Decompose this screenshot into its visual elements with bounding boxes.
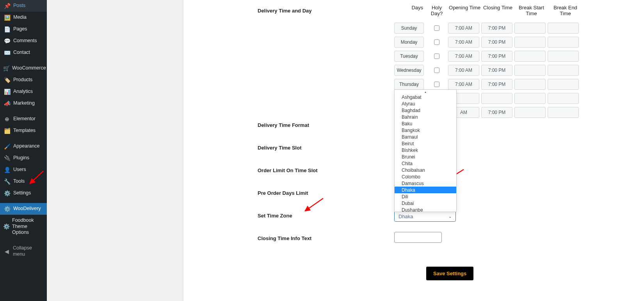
timezone-option[interactable]: Dhaka <box>395 187 456 193</box>
bstart-time-input[interactable] <box>514 23 546 34</box>
day-badge[interactable]: Thursday <box>394 79 424 90</box>
holy-day-checkbox[interactable] <box>434 39 439 45</box>
holy-day-checkbox[interactable] <box>434 82 439 87</box>
bend-time-input[interactable] <box>548 93 579 104</box>
timezone-option[interactable]: Dili <box>395 193 456 200</box>
open-time-input[interactable] <box>448 23 479 34</box>
close-time-input[interactable] <box>481 23 512 34</box>
sidebar-item-label: WooCommerce <box>12 65 46 71</box>
sidebar-item-woocommerce[interactable]: 🛒WooCommerce <box>0 62 47 74</box>
timezone-select[interactable]: Dhaka ⌄ <box>394 211 456 222</box>
sidebar-item-label: Templates <box>13 128 36 134</box>
sidebar-item-posts[interactable]: 📌Posts <box>0 0 47 12</box>
sidebar-item-comments[interactable]: 💬Comments <box>0 35 47 47</box>
open-time-input[interactable] <box>448 51 479 62</box>
close-time-input[interactable] <box>481 93 512 104</box>
bstart-time-input[interactable] <box>514 37 546 48</box>
sidebar-item-tools[interactable]: 🔧Tools <box>0 176 47 187</box>
timezone-option[interactable]: Baku <box>395 120 456 127</box>
sidebar-item-contact[interactable]: ✉️Contact <box>0 47 47 59</box>
holy-day-checkbox[interactable] <box>434 25 439 31</box>
collapse-menu[interactable]: ◀Collapse menu <box>0 242 47 260</box>
sidebar-item-media[interactable]: 🖼️Media <box>0 12 47 23</box>
th-holy: Holy Day? <box>425 5 448 16</box>
save-settings-button[interactable]: Save Settings <box>426 267 473 280</box>
close-time-input[interactable] <box>481 51 512 62</box>
timezone-option-list[interactable]: AshgabatAtyrauBaghdadBahrainBakuBangkokB… <box>395 94 456 212</box>
close-time-input[interactable] <box>481 107 512 118</box>
menu-icon: 📊 <box>3 89 11 95</box>
open-time-input[interactable] <box>448 79 479 90</box>
schedule-row: Wednesday <box>394 63 582 77</box>
sidebar-item-label: Products <box>13 77 32 83</box>
timezone-option[interactable]: Baghdad <box>395 107 456 114</box>
timezone-option[interactable]: Dubai <box>395 200 456 207</box>
timezone-option[interactable]: Ashgabat <box>395 94 456 100</box>
sidebar-item-label: Media <box>13 14 27 21</box>
timezone-option[interactable]: Colombo <box>395 173 456 180</box>
timezone-option[interactable]: Bahrain <box>395 114 456 120</box>
sidebar-item-settings[interactable]: ⚙️Settings <box>0 187 47 199</box>
timezone-dropdown-panel[interactable]: ▴ AshgabatAtyrauBaghdadBahrainBakuBangko… <box>394 89 457 212</box>
sidebar-item-marketing[interactable]: 📣Marketing <box>0 98 47 109</box>
closing-info-input[interactable] <box>394 232 442 243</box>
sidebar-item-label: Settings <box>13 190 31 196</box>
bend-time-input[interactable] <box>548 51 579 62</box>
open-time-input[interactable] <box>448 37 479 48</box>
menu-icon: 📣 <box>3 100 11 107</box>
close-time-input[interactable] <box>481 79 512 90</box>
sidebar-item-products[interactable]: 🏷️Products <box>0 74 47 86</box>
day-badge[interactable]: Monday <box>394 37 424 48</box>
bstart-time-input[interactable] <box>514 93 546 104</box>
bstart-time-input[interactable] <box>514 79 546 90</box>
sidebar-item-analytics[interactable]: 📊Analytics <box>0 86 47 98</box>
sidebar-item-foodbook-theme-options[interactable]: ⚙️Foodbook Theme Options <box>0 215 47 239</box>
bend-time-input[interactable] <box>548 37 579 48</box>
bstart-time-input[interactable] <box>514 65 546 76</box>
admin-sidebar: 📌Posts🖼️Media📄Pages💬Comments✉️Contact🛒Wo… <box>0 0 47 301</box>
sidebar-item-woodelivery[interactable]: ⚙️WooDelivery <box>0 203 47 215</box>
close-time-input[interactable] <box>481 37 512 48</box>
timezone-option[interactable]: Barnaul <box>395 134 456 140</box>
bend-time-input[interactable] <box>548 65 579 76</box>
label-pre-order: Pre Order Days Limit <box>258 190 359 196</box>
day-badge[interactable]: Sunday <box>394 23 424 34</box>
sidebar-item-label: Marketing <box>13 100 35 107</box>
timezone-option[interactable]: Brunei <box>395 153 456 160</box>
sidebar-item-elementor[interactable]: ⊕Elementor <box>0 113 47 125</box>
sidebar-item-label: Pages <box>13 26 27 32</box>
th-bstart: Break Start Time <box>514 5 548 16</box>
holy-day-checkbox[interactable] <box>434 68 439 73</box>
holy-day-checkbox[interactable] <box>434 53 439 59</box>
schedule-row: Sunday <box>394 21 582 35</box>
menu-icon: 🖼️ <box>3 14 11 21</box>
dropdown-scroll-up[interactable]: ▴ <box>395 90 456 94</box>
bend-time-input[interactable] <box>548 23 579 34</box>
timezone-option[interactable]: Atyrau <box>395 100 456 107</box>
sidebar-item-plugins[interactable]: 🔌Plugins <box>0 152 47 164</box>
timezone-option[interactable]: Bangkok <box>395 127 456 134</box>
bstart-time-input[interactable] <box>514 51 546 62</box>
timezone-option[interactable]: Chita <box>395 160 456 167</box>
sidebar-item-appearance[interactable]: 🖌️Appearance <box>0 141 47 152</box>
timezone-option[interactable]: Damascus <box>395 180 456 187</box>
sidebar-item-label: Users <box>13 167 26 173</box>
menu-icon: 🔧 <box>3 178 11 185</box>
sidebar-item-pages[interactable]: 📄Pages <box>0 23 47 35</box>
bend-time-input[interactable] <box>548 107 579 118</box>
day-badge[interactable]: Wednesday <box>394 65 424 76</box>
collapse-icon: ◀ <box>3 248 11 255</box>
sidebar-item-label: Plugins <box>13 155 29 161</box>
day-badge[interactable]: Tuesday <box>394 51 424 62</box>
timezone-option[interactable]: Beirut <box>395 140 456 147</box>
timezone-option[interactable]: Bishkek <box>395 147 456 153</box>
sidebar-item-users[interactable]: 👤Users <box>0 164 47 176</box>
timezone-option[interactable]: Dushanbe <box>395 207 456 212</box>
bstart-time-input[interactable] <box>514 107 546 118</box>
menu-icon: 🖌️ <box>3 143 11 150</box>
bend-time-input[interactable] <box>548 79 579 90</box>
sidebar-item-templates[interactable]: 🗂️Templates <box>0 125 47 137</box>
open-time-input[interactable] <box>448 65 479 76</box>
close-time-input[interactable] <box>481 65 512 76</box>
timezone-option[interactable]: Choibalsan <box>395 167 456 173</box>
